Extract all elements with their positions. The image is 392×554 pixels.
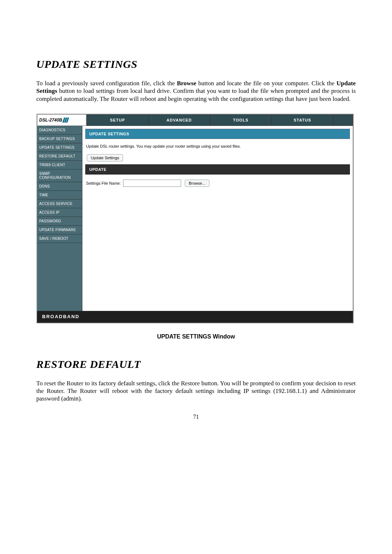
sidebar-item-time[interactable]: TIME xyxy=(37,191,82,200)
text-fragment: button and locate the file on your compu… xyxy=(196,80,336,87)
update-settings-description: To load a previously saved configuration… xyxy=(36,79,356,103)
restore-default-description: To reset the Router to its factory defau… xyxy=(36,379,356,403)
tab-spacer xyxy=(333,114,353,126)
text-fragment: button to load settings from local hard … xyxy=(36,87,356,102)
sidebar-item-access-ip[interactable]: ACCESS IP xyxy=(37,208,82,217)
device-model-logo: DSL-2740B xyxy=(37,114,87,126)
sidebar-item-ddns[interactable]: DDNS xyxy=(37,182,82,191)
section-heading-restore-default: RESTORE DEFAULT xyxy=(36,358,356,370)
panel-description: Update DSL router settings. You may upda… xyxy=(85,139,350,153)
tab-advanced[interactable]: ADVANCED xyxy=(148,114,210,126)
text-fragment: To load a previously saved configuration… xyxy=(36,80,177,87)
section-heading-update-settings: UPDATE SETTINGS xyxy=(36,58,356,70)
tab-setup[interactable]: SETUP xyxy=(87,114,148,126)
sidebar-item-snmp-configuration[interactable]: SNMP CONFIGURATION xyxy=(37,169,82,182)
settings-file-input[interactable] xyxy=(123,180,181,187)
sidebar-item-backup-settings[interactable]: BACKUP SETTINGS xyxy=(37,135,82,143)
model-label: DSL-2740B xyxy=(39,118,62,123)
update-settings-button[interactable]: Update Settings xyxy=(87,154,123,161)
content-pane: UPDATE SETTINGS Update DSL router settin… xyxy=(82,126,353,311)
tab-status[interactable]: STATUS xyxy=(271,114,333,126)
footer-brand-bar: BROADBAND xyxy=(37,311,353,323)
sidebar-item-update-settings[interactable]: UPDATE SETTINGS xyxy=(37,143,82,152)
file-select-row: Settings File Name: Browse... xyxy=(85,175,350,192)
browse-button[interactable]: Browse... xyxy=(185,180,209,187)
sidebar-item-diagnostics[interactable]: DIAGNOSTICS xyxy=(37,126,82,135)
footer-brand-text: BROADBAND xyxy=(42,314,79,319)
text-bold-browse: Browse xyxy=(177,80,196,87)
sidebar-item-restore-default[interactable]: RESTORE DEFAULT xyxy=(37,152,82,161)
panel-title-update-settings: UPDATE SETTINGS xyxy=(85,129,350,139)
sidebar-item-access-service[interactable]: ACCESS SERVICE xyxy=(37,200,82,208)
tab-tools[interactable]: TOOLS xyxy=(210,114,272,126)
top-nav-row: DSL-2740B SETUP ADVANCED TOOLS STATUS xyxy=(37,114,353,126)
page-number: 71 xyxy=(36,414,356,420)
sidebar-item-save-reboot[interactable]: SAVE / REBOOT xyxy=(37,234,82,243)
figure-caption: UPDATE SETTINGS Window xyxy=(36,333,356,340)
settings-file-label: Settings File Name: xyxy=(86,181,121,185)
logo-stripes-icon xyxy=(63,118,68,123)
sidebar-item-tr069-client[interactable]: TR069 CLIENT xyxy=(37,161,82,169)
sidebar-item-update-firmware[interactable]: UPDATE FIRMWARE xyxy=(37,226,82,234)
panel-subtitle-update: UPDATE xyxy=(85,164,350,175)
sidebar-item-password[interactable]: PASSWORD xyxy=(37,217,82,226)
sidebar-nav: DIAGNOSTICS BACKUP SETTINGS UPDATE SETTI… xyxy=(37,126,82,311)
router-admin-screenshot: DSL-2740B SETUP ADVANCED TOOLS STATUS DI… xyxy=(36,114,354,323)
